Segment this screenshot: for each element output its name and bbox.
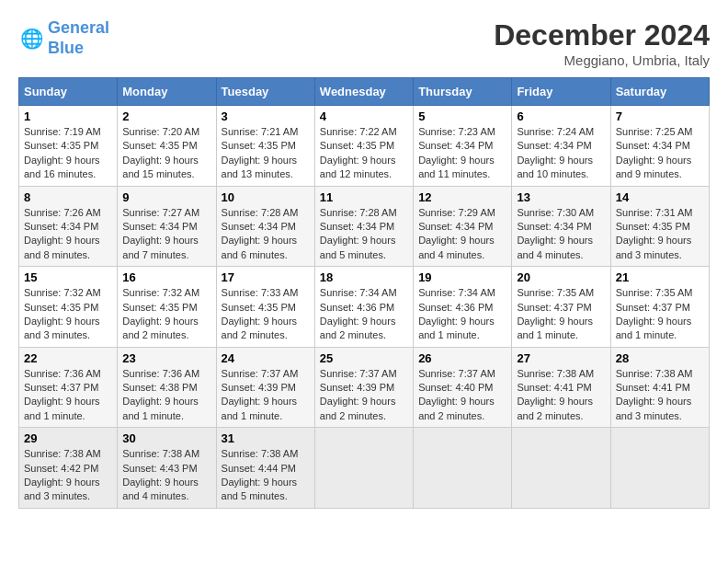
table-row: [512, 428, 610, 509]
table-row: 23 Sunrise: 7:36 AM Sunset: 4:38 PM Dayl…: [118, 347, 216, 428]
table-row: 1 Sunrise: 7:19 AM Sunset: 4:35 PM Dayli…: [19, 106, 118, 187]
table-row: 31 Sunrise: 7:38 AM Sunset: 4:44 PM Dayl…: [216, 428, 314, 509]
logo-text: General Blue: [48, 18, 109, 58]
table-row: 16 Sunrise: 7:32 AM Sunset: 4:35 PM Dayl…: [118, 267, 216, 348]
table-row: 8 Sunrise: 7:26 AM Sunset: 4:34 PM Dayli…: [19, 186, 118, 267]
location-subtitle: Meggiano, Umbria, Italy: [494, 52, 710, 68]
col-monday: Monday: [118, 78, 216, 106]
table-row: 6 Sunrise: 7:24 AM Sunset: 4:34 PM Dayli…: [512, 106, 610, 187]
table-row: 10 Sunrise: 7:28 AM Sunset: 4:34 PM Dayl…: [216, 186, 314, 267]
table-row: 25 Sunrise: 7:37 AM Sunset: 4:39 PM Dayl…: [314, 347, 413, 428]
table-row: [314, 428, 413, 509]
calendar-header-row: Sunday Monday Tuesday Wednesday Thursday…: [19, 78, 710, 106]
table-row: 19 Sunrise: 7:34 AM Sunset: 4:36 PM Dayl…: [414, 267, 512, 348]
table-row: 2 Sunrise: 7:20 AM Sunset: 4:35 PM Dayli…: [118, 106, 216, 187]
table-row: 5 Sunrise: 7:23 AM Sunset: 4:34 PM Dayli…: [414, 106, 512, 187]
table-row: 22 Sunrise: 7:36 AM Sunset: 4:37 PM Dayl…: [19, 347, 118, 428]
table-row: [414, 428, 512, 509]
calendar-table: Sunday Monday Tuesday Wednesday Thursday…: [18, 77, 710, 509]
col-thursday: Thursday: [414, 78, 512, 106]
table-row: 13 Sunrise: 7:30 AM Sunset: 4:34 PM Dayl…: [512, 186, 610, 267]
table-row: 15 Sunrise: 7:32 AM Sunset: 4:35 PM Dayl…: [19, 267, 118, 348]
title-block: December 2024 Meggiano, Umbria, Italy: [494, 18, 710, 68]
col-sunday: Sunday: [19, 78, 118, 106]
logo: 🌐 General Blue: [18, 18, 109, 58]
table-row: 29 Sunrise: 7:38 AM Sunset: 4:42 PM Dayl…: [19, 428, 118, 509]
svg-text:🌐: 🌐: [20, 26, 44, 50]
table-row: 17 Sunrise: 7:33 AM Sunset: 4:35 PM Dayl…: [216, 267, 314, 348]
table-row: [610, 428, 709, 509]
table-row: 20 Sunrise: 7:35 AM Sunset: 4:37 PM Dayl…: [512, 267, 610, 348]
table-row: 4 Sunrise: 7:22 AM Sunset: 4:35 PM Dayli…: [314, 106, 413, 187]
table-row: 27 Sunrise: 7:38 AM Sunset: 4:41 PM Dayl…: [512, 347, 610, 428]
table-row: 21 Sunrise: 7:35 AM Sunset: 4:37 PM Dayl…: [610, 267, 709, 348]
table-row: 14 Sunrise: 7:31 AM Sunset: 4:35 PM Dayl…: [610, 186, 709, 267]
col-wednesday: Wednesday: [314, 78, 413, 106]
month-title: December 2024: [494, 18, 710, 52]
logo-icon: 🌐: [18, 26, 44, 52]
table-row: 24 Sunrise: 7:37 AM Sunset: 4:39 PM Dayl…: [216, 347, 314, 428]
page-header: 🌐 General Blue December 2024 Meggiano, U…: [18, 18, 710, 68]
table-row: 9 Sunrise: 7:27 AM Sunset: 4:34 PM Dayli…: [118, 186, 216, 267]
table-row: 18 Sunrise: 7:34 AM Sunset: 4:36 PM Dayl…: [314, 267, 413, 348]
table-row: 12 Sunrise: 7:29 AM Sunset: 4:34 PM Dayl…: [414, 186, 512, 267]
col-saturday: Saturday: [610, 78, 709, 106]
col-friday: Friday: [512, 78, 610, 106]
table-row: 28 Sunrise: 7:38 AM Sunset: 4:41 PM Dayl…: [610, 347, 709, 428]
table-row: 30 Sunrise: 7:38 AM Sunset: 4:43 PM Dayl…: [118, 428, 216, 509]
table-row: 11 Sunrise: 7:28 AM Sunset: 4:34 PM Dayl…: [314, 186, 413, 267]
table-row: 7 Sunrise: 7:25 AM Sunset: 4:34 PM Dayli…: [610, 106, 709, 187]
col-tuesday: Tuesday: [216, 78, 314, 106]
table-row: 26 Sunrise: 7:37 AM Sunset: 4:40 PM Dayl…: [414, 347, 512, 428]
table-row: 3 Sunrise: 7:21 AM Sunset: 4:35 PM Dayli…: [216, 106, 314, 187]
